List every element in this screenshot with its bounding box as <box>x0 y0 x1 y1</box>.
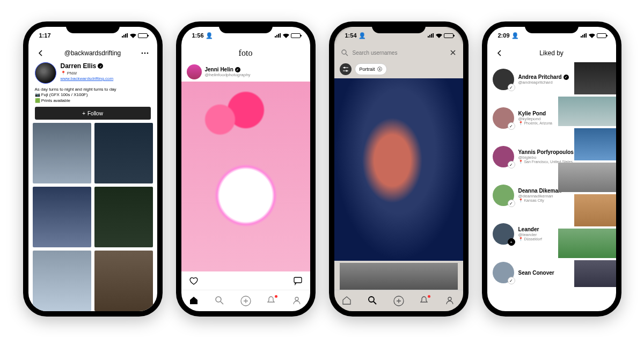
user-handle: @kyliepond <box>518 116 552 121</box>
following-check-icon: ✓ <box>508 122 515 130</box>
svg-rect-7 <box>275 36 276 38</box>
thumb-item[interactable] <box>574 194 616 226</box>
wifi-icon <box>283 33 289 38</box>
tab-search[interactable] <box>368 296 378 306</box>
post-author-name: Jenni Helin✓ <box>205 67 251 72</box>
tab-notifications[interactable] <box>266 296 277 306</box>
status-time: 2:09 👤 <box>498 32 519 39</box>
user-avatar[interactable]: ✓ <box>493 107 514 129</box>
svg-rect-2 <box>125 34 126 38</box>
photo-grid-item[interactable] <box>94 251 153 311</box>
user-location: 📍 Düsseldorf <box>518 237 542 241</box>
like-button[interactable] <box>188 275 200 286</box>
notification-badge-icon <box>275 295 277 298</box>
comment-button[interactable] <box>292 275 304 286</box>
wifi-icon <box>589 33 595 38</box>
phone-profile: 1:17 @backwardsdrifting Darren Ellis✓ 📍 … <box>23 21 163 317</box>
battery-icon <box>444 33 453 38</box>
svg-rect-10 <box>280 33 281 38</box>
signal-icon <box>581 33 587 38</box>
photo-grid-item[interactable] <box>94 123 153 183</box>
notification-badge-icon <box>428 295 430 298</box>
tab-add[interactable] <box>393 296 404 306</box>
post-image[interactable] <box>181 82 310 271</box>
chip-remove-icon[interactable]: ⓧ <box>377 66 382 73</box>
profile-website-link[interactable]: www.backwardsdrifting.com <box>61 76 114 81</box>
post-author-handle: @helinfoodphotography <box>205 72 251 77</box>
svg-point-24 <box>448 297 451 300</box>
thumb-item[interactable] <box>574 260 616 287</box>
svg-rect-28 <box>586 33 587 38</box>
tab-home[interactable] <box>342 296 353 306</box>
user-handle: @andreapritchard <box>518 80 569 85</box>
profile-location: 📍 PNW <box>61 71 114 76</box>
user-avatar[interactable]: ✓ <box>493 69 514 90</box>
user-avatar[interactable]: + <box>493 223 514 245</box>
liked-by-list[interactable]: ✓Andrea Pritchard✓@andreapritchard✓Kylie… <box>487 62 616 311</box>
follow-button[interactable]: +Follow <box>35 107 151 120</box>
tab-bar <box>334 290 463 311</box>
thumb-item[interactable] <box>574 128 616 160</box>
svg-rect-15 <box>428 36 429 38</box>
svg-point-21 <box>346 70 347 72</box>
wifi-icon <box>130 33 136 38</box>
status-time: 1:56 👤 <box>192 32 213 39</box>
clear-search-button[interactable] <box>449 49 457 56</box>
user-avatar[interactable]: ✓ <box>493 185 514 206</box>
tab-home[interactable] <box>189 296 200 306</box>
svg-point-4 <box>141 53 143 54</box>
thumb-item[interactable] <box>558 97 616 126</box>
tab-search[interactable] <box>215 296 225 306</box>
photo-grid-item[interactable] <box>94 187 153 247</box>
svg-rect-25 <box>581 36 582 38</box>
post-author-avatar[interactable] <box>187 64 202 79</box>
back-button[interactable] <box>35 47 47 59</box>
thumb-item[interactable] <box>558 163 616 192</box>
svg-point-22 <box>369 297 374 302</box>
svg-rect-18 <box>433 33 434 38</box>
thumb-item[interactable] <box>574 62 616 94</box>
verified-badge-icon: ✓ <box>235 67 240 72</box>
following-check-icon: ✓ <box>508 84 515 91</box>
back-button[interactable] <box>494 47 506 59</box>
more-button[interactable] <box>139 47 151 59</box>
svg-rect-9 <box>278 34 279 38</box>
filter-button[interactable] <box>340 63 352 75</box>
notch <box>66 21 120 33</box>
svg-point-5 <box>144 53 145 54</box>
photo-grid-item[interactable] <box>33 187 91 247</box>
status-time: 1:54 👤 <box>345 32 366 39</box>
svg-rect-27 <box>584 34 585 38</box>
user-avatar[interactable]: ✓ <box>493 262 514 283</box>
svg-point-19 <box>342 50 346 54</box>
filter-chips: Portraitⓧ <box>334 61 463 78</box>
signal-icon <box>428 33 434 38</box>
user-handle: @biglebo <box>518 155 581 160</box>
post-header[interactable]: Jenni Helin✓ @helinfoodphotography <box>181 62 310 82</box>
tab-notifications[interactable] <box>419 296 430 306</box>
svg-rect-1 <box>123 35 125 38</box>
search-bar: Search usernames <box>334 44 463 61</box>
photo-grid-item[interactable] <box>33 251 91 311</box>
filter-chip-portrait[interactable]: Portraitⓧ <box>355 63 387 75</box>
app-logo: foto <box>181 48 310 58</box>
svg-rect-3 <box>127 33 128 38</box>
user-avatar[interactable]: ✓ <box>493 146 514 167</box>
thumb-item[interactable] <box>558 229 616 258</box>
tab-add[interactable] <box>240 296 251 306</box>
svg-rect-16 <box>429 35 430 38</box>
search-input[interactable]: Search usernames <box>353 50 445 56</box>
svg-rect-0 <box>122 36 123 38</box>
tab-profile[interactable] <box>445 296 456 306</box>
signal-icon <box>122 33 128 38</box>
user-name: Sean Conover <box>518 270 554 276</box>
search-result-thumb[interactable] <box>340 263 458 290</box>
svg-rect-11 <box>294 277 302 283</box>
photo-grid-item[interactable] <box>33 123 91 183</box>
profile-avatar[interactable] <box>35 62 56 84</box>
liked-by-navbar: Liked by <box>487 44 616 62</box>
tab-profile[interactable] <box>292 296 303 306</box>
search-result-image[interactable] <box>334 78 463 261</box>
user-name: Kylie Pond <box>518 111 552 116</box>
user-handle: @deannadikeman <box>518 194 562 199</box>
